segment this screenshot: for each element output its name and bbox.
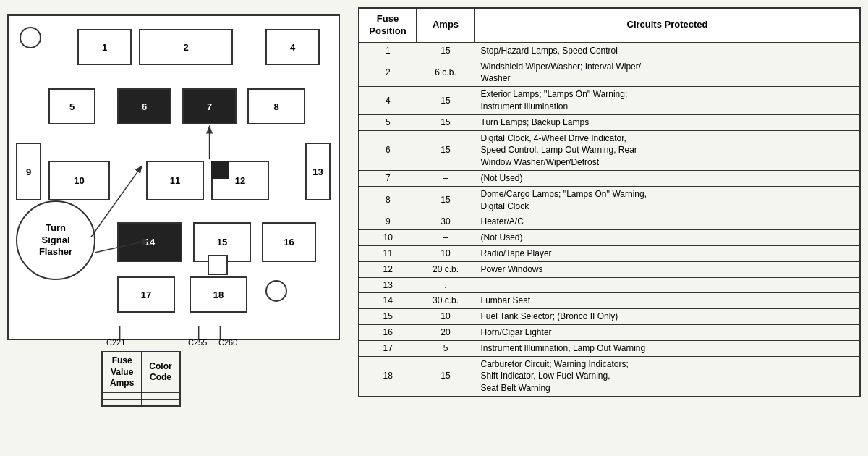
fuse-position-cell: 5 [359, 114, 417, 130]
flasher-label: Turn Signal Flasher [39, 222, 72, 259]
fuse-position-cell: 9 [359, 214, 417, 230]
table-row: 1430 c.b.Lumbar Seat [359, 293, 860, 309]
fuse-amps-cell: 10 [417, 309, 475, 325]
table-row: 115Stop/Hazard Lamps, Speed Control [359, 43, 860, 59]
fuse-circuits-cell: Horn/Cigar Lighter [475, 324, 860, 340]
fuse-circuits-cell: (Not Used) [475, 170, 860, 186]
fuse-14: 14 [117, 222, 182, 262]
fuse-6: 6 [117, 88, 171, 124]
fuse-position-cell: 14 [359, 293, 417, 309]
legend-col2-header: Color Code [142, 352, 180, 392]
fuse-amps-cell: 30 c.b. [417, 293, 475, 309]
fuse-12-label: 12 [233, 164, 243, 175]
table-row: 930Heater/A/C [359, 214, 860, 230]
fuse-18: 18 [190, 276, 247, 313]
fuse-position-cell: 11 [359, 245, 417, 261]
table-row: 815Dome/Cargo Lamps; ''Lamps On'' Warnin… [359, 186, 860, 214]
fuse-1: 1 [77, 29, 132, 65]
fuse-reference-table: Fuse Position Amps Circuits Protected 11… [358, 7, 861, 397]
fuse-circuits-cell: Dome/Cargo Lamps; ''Lamps On'' Warning, … [475, 186, 860, 214]
table-row: 1815Carburetor Circuit; Warning Indicato… [359, 356, 860, 397]
fuse-amps-cell: 15 [417, 130, 475, 170]
header-circuits: Circuits Protected [475, 8, 860, 43]
fuse-9: 9 [16, 143, 41, 200]
table-row: 13. [359, 277, 860, 293]
fuse-circuits-cell: Power Windows [475, 261, 860, 277]
table-row: 1110Radio/Tape Player [359, 245, 860, 261]
fuse-amps-cell: 15 [417, 43, 475, 59]
fuse-position-cell: 4 [359, 87, 417, 115]
fuse-position-cell: 6 [359, 130, 417, 170]
fuse-amps-cell: 10 [417, 245, 475, 261]
fuse-5: 5 [48, 88, 95, 124]
fuse-circuits-cell: Radio/Tape Player [475, 245, 860, 261]
fuse-8: 8 [247, 88, 305, 124]
fuse-circuits-cell: Heater/A/C [475, 214, 860, 230]
fuse-circuits-cell: Instrument Illumination, Lamp Out Warnin… [475, 340, 860, 356]
fuse-position-cell: 10 [359, 230, 417, 246]
table-row: 175Instrument Illumination, Lamp Out War… [359, 340, 860, 356]
legend-table: Fuse Value Amps Color Code [101, 351, 181, 407]
fuse-2: 2 [139, 29, 233, 65]
legend-row1-col2 [142, 392, 180, 399]
table-row: 415Exterior Lamps; ''Lamps On'' Warning;… [359, 87, 860, 115]
fuse-circuits-cell: Stop/Hazard Lamps, Speed Control [475, 43, 860, 59]
fuse-amps-cell: 15 [417, 114, 475, 130]
legend-row1-col1 [102, 392, 142, 399]
fuse-position-cell: 1 [359, 43, 417, 59]
fuse-circuits-cell: (Not Used) [475, 230, 860, 246]
table-row: 26 c.b.Windshield Wiper/Washer; Interval… [359, 59, 860, 87]
small-square [208, 255, 228, 275]
fuse-12-dark [211, 161, 229, 179]
fuse-amps-cell: 15 [417, 356, 475, 397]
fuse-17: 17 [117, 276, 175, 313]
fuse-11: 11 [146, 161, 204, 200]
fuse-position-cell: 17 [359, 340, 417, 356]
table-row: 10–(Not Used) [359, 230, 860, 246]
fuse-position-cell: 16 [359, 324, 417, 340]
fuse-position-cell: 13 [359, 277, 417, 293]
table-row: 515Turn Lamps; Backup Lamps [359, 114, 860, 130]
fuse-position-cell: 18 [359, 356, 417, 397]
table-row: 1510Fuel Tank Selector; (Bronco II Only) [359, 309, 860, 325]
fuse-7: 7 [182, 88, 237, 124]
fuse-position-cell: 15 [359, 309, 417, 325]
fuse-amps-cell: – [417, 230, 475, 246]
header-amps: Amps [417, 8, 475, 43]
fuse-amps-cell: – [417, 170, 475, 186]
left-panel: 1 2 4 5 6 7 8 9 10 11 12 12 13 Turn Sign… [0, 0, 354, 456]
table-row: 1620Horn/Cigar Lighter [359, 324, 860, 340]
fuse-amps-cell: 15 [417, 87, 475, 115]
fuse-circuits-cell: Fuel Tank Selector; (Bronco II Only) [475, 309, 860, 325]
fuse-amps-cell: 15 [417, 186, 475, 214]
turn-signal-flasher: Turn Signal Flasher [16, 200, 95, 280]
fuse-circuits-cell: Lumbar Seat [475, 293, 860, 309]
fuse-position-cell: 7 [359, 170, 417, 186]
right-panel: Fuse Position Amps Circuits Protected 11… [354, 0, 868, 456]
fuse-circuits-cell: Carburetor Circuit; Warning Indicators; … [475, 356, 860, 397]
fuse-4: 4 [265, 29, 320, 65]
corner-circle-tl [20, 27, 41, 48]
fuse-amps-cell: . [417, 277, 475, 293]
fuse-13: 13 [305, 143, 331, 200]
fuse-10: 10 [48, 161, 110, 200]
connector-c255: C255 [188, 338, 207, 347]
fuse-circuits-cell: Exterior Lamps; ''Lamps On'' Warning; In… [475, 87, 860, 115]
fuse-circuits-cell [475, 277, 860, 293]
fuse-position-cell: 2 [359, 59, 417, 87]
fuse-position-cell: 12 [359, 261, 417, 277]
fuse-amps-cell: 30 [417, 214, 475, 230]
connector-c221: C221 [106, 338, 125, 347]
fuse-diagram: 1 2 4 5 6 7 8 9 10 11 12 12 13 Turn Sign… [7, 14, 340, 340]
table-row: 7–(Not Used) [359, 170, 860, 186]
corner-circle-br [265, 280, 287, 302]
fuse-amps-cell: 20 c.b. [417, 261, 475, 277]
fuse-position-cell: 8 [359, 186, 417, 214]
table-row: 615Digital Clock, 4-Wheel Drive Indicato… [359, 130, 860, 170]
header-position: Fuse Position [359, 8, 417, 43]
fuse-amps-cell: 20 [417, 324, 475, 340]
table-row: 1220 c.b.Power Windows [359, 261, 860, 277]
fuse-circuits-cell: Windshield Wiper/Washer; Interval Wiper/… [475, 59, 860, 87]
legend-row2-col1 [102, 399, 142, 406]
fuse-circuits-cell: Turn Lamps; Backup Lamps [475, 114, 860, 130]
